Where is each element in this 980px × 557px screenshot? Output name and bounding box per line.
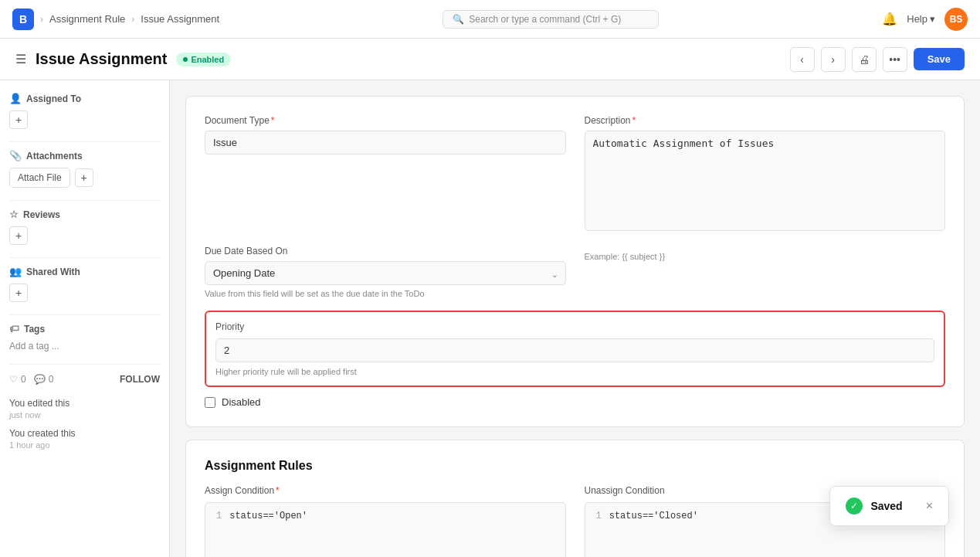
priority-input[interactable] bbox=[215, 338, 934, 362]
document-type-input[interactable] bbox=[205, 131, 566, 155]
print-button[interactable]: 🖨 bbox=[852, 47, 877, 72]
attachments-header: 📎 Attachments bbox=[9, 150, 160, 161]
sidebar: 👤 Assigned To + 📎 Attachments Attach Fil… bbox=[0, 80, 170, 557]
disabled-label: Disabled bbox=[222, 396, 261, 408]
divider-2 bbox=[9, 200, 160, 201]
due-date-label: Due Date Based On bbox=[205, 246, 566, 256]
app-icon[interactable]: B bbox=[12, 8, 34, 30]
comment-icon: 💬 bbox=[34, 374, 46, 385]
search-bar[interactable]: 🔍 Search or type a command (Ctrl + G) bbox=[443, 10, 659, 29]
menu-icon[interactable]: ☰ bbox=[15, 52, 26, 66]
reviews-label: Reviews bbox=[23, 209, 60, 220]
page-title: Issue Assignment bbox=[36, 50, 167, 68]
tags-header: 🏷 Tags bbox=[9, 323, 160, 335]
prev-button[interactable]: ‹ bbox=[790, 47, 815, 72]
divider-3 bbox=[9, 257, 160, 258]
divider-4 bbox=[9, 314, 160, 315]
due-date-select[interactable]: Opening Date Creation Date Modification … bbox=[205, 261, 566, 285]
assign-code-text: status=='Open' bbox=[229, 511, 307, 521]
activity-item-1: You edited this just now bbox=[9, 397, 160, 419]
desc-required: * bbox=[632, 115, 636, 126]
topbar-left: B › Assignment Rule › Issue Assignment bbox=[12, 8, 219, 30]
activity-item-2: You created this 1 hour ago bbox=[9, 427, 160, 450]
priority-box: Priority Higher priority rule will be ap… bbox=[205, 311, 945, 387]
unassign-code-text: status=='Closed' bbox=[609, 511, 698, 521]
assigned-to-header: 👤 Assigned To bbox=[9, 93, 160, 104]
saved-toast: ✓ Saved × bbox=[829, 486, 949, 526]
assign-condition-code[interactable]: 1 status=='Open' bbox=[205, 502, 566, 557]
heart-icon: ♡ bbox=[9, 374, 18, 385]
add-review-button[interactable]: + bbox=[9, 226, 28, 245]
disabled-checkbox[interactable] bbox=[205, 397, 215, 408]
assign-line-num: 1 bbox=[216, 511, 222, 521]
next-button[interactable]: › bbox=[821, 47, 846, 72]
add-tag-text[interactable]: Add a tag ... bbox=[9, 341, 160, 352]
attach-file-row: Attach File + bbox=[9, 168, 160, 188]
description-label: Description* bbox=[585, 115, 946, 126]
add-attachment-button[interactable]: + bbox=[75, 168, 93, 187]
save-button[interactable]: Save bbox=[914, 48, 965, 70]
avatar[interactable]: BS bbox=[944, 8, 968, 31]
activity-time-1: just now bbox=[9, 410, 160, 419]
toast-check-icon: ✓ bbox=[846, 498, 863, 515]
assign-condition-label: Assign Condition* bbox=[205, 485, 566, 496]
attachments-label: Attachments bbox=[26, 151, 83, 161]
assignment-rules-title: Assignment Rules bbox=[205, 459, 945, 473]
description-input[interactable] bbox=[585, 131, 946, 231]
status-dot bbox=[183, 57, 188, 62]
more-options-button[interactable]: ••• bbox=[883, 47, 907, 72]
assign-condition-group: Assign Condition* 1 status=='Open' bbox=[205, 485, 566, 557]
follow-button[interactable]: FOLLOW bbox=[120, 374, 160, 385]
breadcrumb-sep-2: › bbox=[131, 14, 134, 25]
shared-with-section: 👥 Shared With + bbox=[9, 266, 160, 302]
sidebar-activity: You edited this just now You created thi… bbox=[9, 397, 160, 450]
topbar-center: 🔍 Search or type a command (Ctrl + G) bbox=[219, 10, 882, 29]
footer-row: ♡ 0 💬 0 FOLLOW bbox=[9, 374, 160, 385]
attach-file-button[interactable]: Attach File bbox=[9, 168, 70, 188]
notification-icon[interactable]: 🔔 bbox=[882, 12, 897, 26]
activity-text-1: You edited this bbox=[9, 397, 160, 410]
doc-type-required: * bbox=[271, 115, 275, 126]
attach-file-label: Attach File bbox=[18, 172, 62, 183]
page-header-left: ☰ Issue Assignment Enabled bbox=[15, 50, 231, 68]
status-badge: Enabled bbox=[176, 53, 231, 66]
document-type-label: Document Type* bbox=[205, 115, 566, 126]
toast-text: Saved bbox=[870, 500, 902, 512]
disabled-row: Disabled bbox=[205, 396, 945, 408]
user-icon: 👤 bbox=[9, 93, 22, 104]
reviews-header: ☆ Reviews bbox=[9, 209, 160, 220]
likes-action[interactable]: ♡ 0 bbox=[9, 374, 26, 385]
comments-count: 0 bbox=[49, 374, 54, 385]
page-header: ☰ Issue Assignment Enabled ‹ › 🖨 ••• Sav… bbox=[0, 39, 980, 80]
tag-icon: 🏷 bbox=[9, 323, 19, 335]
shared-with-label: Shared With bbox=[26, 267, 80, 277]
tags-section: 🏷 Tags Add a tag ... bbox=[9, 323, 160, 352]
main-card-1: Document Type* Description* Due Date Bas… bbox=[185, 96, 965, 427]
due-date-group: Due Date Based On Opening Date Creation … bbox=[205, 246, 566, 298]
search-placeholder-text: Search or type a command (Ctrl + G) bbox=[469, 14, 621, 25]
share-icon: 👥 bbox=[9, 266, 22, 277]
shared-with-header: 👥 Shared With bbox=[9, 266, 160, 277]
breadcrumb-assignment-rule[interactable]: Assignment Rule bbox=[49, 13, 125, 25]
form-row-2: Due Date Based On Opening Date Creation … bbox=[205, 246, 945, 298]
description-example: Example: {{ subject }} bbox=[585, 246, 946, 261]
activity-text-2: You created this bbox=[9, 427, 160, 440]
reviews-section: ☆ Reviews + bbox=[9, 209, 160, 245]
assigned-to-section: 👤 Assigned To + bbox=[9, 93, 160, 129]
topbar: B › Assignment Rule › Issue Assignment 🔍… bbox=[0, 0, 980, 39]
comments-action[interactable]: 💬 0 bbox=[34, 374, 54, 385]
add-shared-button[interactable]: + bbox=[9, 284, 28, 302]
help-button[interactable]: Help ▾ bbox=[907, 13, 935, 25]
assigned-to-label: Assigned To bbox=[26, 93, 81, 104]
breadcrumb-issue-assignment[interactable]: Issue Assignment bbox=[141, 13, 219, 25]
due-date-helper: Value from this field will be set as the… bbox=[205, 289, 566, 298]
page-header-right: ‹ › 🖨 ••• Save bbox=[790, 47, 965, 72]
attachment-icon: 📎 bbox=[9, 150, 22, 161]
form-row-1: Document Type* Description* bbox=[205, 115, 945, 233]
add-assignee-button[interactable]: + bbox=[9, 110, 28, 129]
priority-helper: Higher priority rule will be applied fir… bbox=[215, 367, 934, 376]
document-type-group: Document Type* bbox=[205, 115, 566, 233]
topbar-right: 🔔 Help ▾ BS bbox=[882, 8, 968, 31]
toast-close-button[interactable]: × bbox=[926, 499, 933, 513]
likes-count: 0 bbox=[21, 374, 26, 385]
